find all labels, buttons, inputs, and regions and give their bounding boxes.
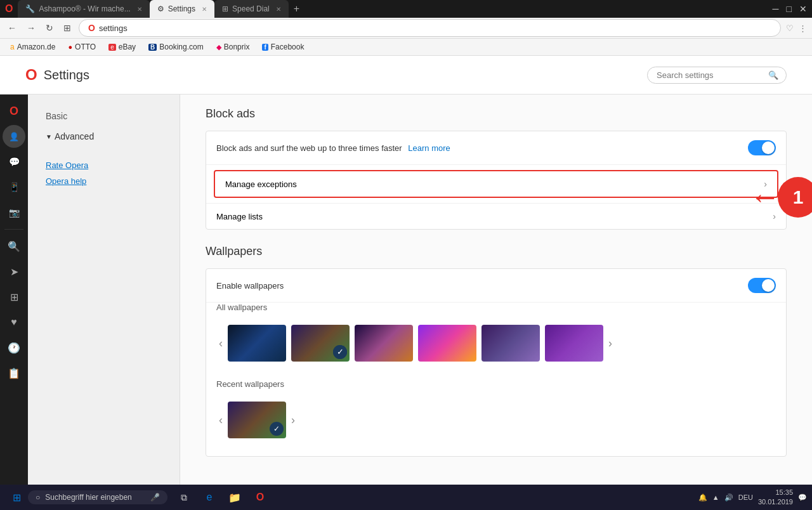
nav-advanced-label: Advanced (55, 131, 94, 141)
tab-settings-close[interactable]: ✕ (202, 6, 207, 13)
bookmark-booking[interactable]: B Booking.com (143, 41, 209, 53)
title-bar: O 🔧 Ashampoo® - Wir mache... ✕ ⚙ Setting… (0, 0, 812, 18)
bookmark-booking-label: Booking.com (159, 43, 203, 51)
nav-opera-help[interactable]: Opera help (38, 174, 169, 188)
minimize-button[interactable]: ─ (773, 4, 779, 14)
sidebar-icon-extensions[interactable]: 📋 (3, 362, 25, 384)
taskbar-mic-icon[interactable]: 🎤 (150, 493, 160, 502)
taskbar-search-icon: ○ (36, 493, 40, 502)
bookmark-facebook[interactable]: f Facebook (257, 41, 309, 53)
nav-basic[interactable]: Basic (38, 107, 169, 125)
tab-speeddial-close[interactable]: ✕ (276, 6, 281, 13)
sidebar-icon-search[interactable]: 🔍 (3, 235, 25, 258)
nav-links: Rate Opera Opera help (38, 158, 169, 188)
bookmark-amazon-label: Amazon.de (17, 43, 56, 51)
nav-rate-opera[interactable]: Rate Opera (38, 158, 169, 173)
new-tab-button[interactable]: + (294, 3, 299, 15)
address-input[interactable]: O settings (79, 19, 781, 37)
wallpaper-2[interactable]: ✓ (291, 325, 350, 362)
wallpaper-4[interactable] (418, 325, 476, 362)
nav-advanced-header[interactable]: ▼ Advanced (38, 128, 169, 145)
block-ads-card: Block ads and surf the web up to three t… (206, 131, 787, 230)
wallpaper-6[interactable] (545, 325, 603, 362)
taskbar-task-view[interactable]: ⧉ (173, 487, 195, 507)
advanced-chevron-icon: ▼ (46, 133, 52, 140)
wallpapers-list: ✓ (228, 317, 603, 369)
search-settings-input[interactable] (657, 70, 763, 80)
search-settings-box[interactable]: 🔍 (647, 67, 787, 84)
recent-wallpaper-1[interactable]: ✓ (228, 402, 286, 438)
block-ads-toggle[interactable] (748, 140, 776, 155)
taskbar-network-icon[interactable]: 🔔 (698, 494, 707, 502)
taskbar-search[interactable]: ○ Suchbegriff hier eingeben 🎤 (28, 490, 167, 504)
recent-scroll-left[interactable]: ‹ (216, 411, 225, 429)
annotation-container: ← 1 (750, 177, 812, 218)
settings-nav: Basic ▼ Advanced Rate Opera Opera help (28, 95, 180, 485)
settings-content: Block ads Block ads and surf the web up … (180, 95, 812, 485)
sidebar-icon-bookmarks[interactable]: ♥ (3, 311, 25, 334)
heart-icon[interactable]: ♡ (786, 23, 794, 33)
menu-icon[interactable]: ⋮ (799, 23, 807, 33)
taskbar-edge[interactable]: e (198, 487, 221, 507)
sidebar-icon-flow[interactable]: ➤ (3, 260, 25, 283)
all-wallpapers-label: All wallpapers (216, 303, 776, 312)
close-button[interactable]: ✕ (799, 4, 807, 14)
taskbar-start: ⊞ (5, 487, 28, 507)
reload-button[interactable]: ↻ (43, 20, 56, 36)
wallpaper-3[interactable] (355, 325, 413, 362)
tab-settings-icon: ⚙ (157, 4, 164, 13)
enable-wallpapers-label: Enable wallpapers (216, 281, 284, 291)
sidebar-icon-messenger[interactable]: 💬 (3, 150, 25, 173)
taskbar-explorer[interactable]: 📁 (223, 487, 246, 507)
sidebar-icon-camera[interactable]: 📷 (3, 201, 25, 224)
taskbar-right: 🔔 ▲ 🔊 DEU 15:35 30.01.2019 💬 (698, 488, 807, 507)
block-ads-section: Block ads Block ads and surf the web up … (206, 107, 787, 230)
tab-speeddial-label: Speed Dial (232, 4, 270, 13)
taskbar-search-text: Suchbegriff hier eingeben (45, 493, 132, 502)
settings-page-header: O Settings 🔍 (0, 56, 812, 95)
bookmark-ebay[interactable]: e eBay (103, 41, 141, 53)
snapshots-button[interactable]: ⊞ (61, 20, 74, 36)
sidebar-icon-news[interactable]: 👤 (3, 125, 25, 148)
taskbar-windows-button[interactable]: ⊞ (5, 487, 28, 507)
bookmark-bonprix[interactable]: ◆ Bonprix (211, 41, 255, 53)
settings-opera-icon: O (25, 66, 37, 84)
toggle-knob (762, 141, 775, 154)
all-wallpapers-section: All wallpapers ‹ ✓ (206, 303, 786, 379)
taskbar-language: DEU (738, 494, 753, 501)
wallpapers-scroll-left[interactable]: ‹ (216, 334, 225, 353)
sidebar-icon-history[interactable]: 🕐 (3, 336, 25, 359)
bookmark-amazon[interactable]: a Amazon.de (5, 41, 60, 53)
taskbar-opera[interactable]: O (249, 487, 272, 507)
taskbar: ⊞ ○ Suchbegriff hier eingeben 🎤 ⧉ e 📁 O … (0, 485, 812, 510)
tab-settings[interactable]: ⚙ Settings ✕ (150, 0, 214, 18)
wallpaper-5[interactable] (481, 325, 540, 362)
taskbar-speaker-icon[interactable]: 🔊 (724, 494, 733, 502)
taskbar-notification[interactable]: 💬 (798, 494, 807, 502)
learn-more-link[interactable]: Learn more (408, 143, 450, 153)
wallpapers-toggle[interactable] (748, 278, 776, 293)
taskbar-volume-icon[interactable]: ▲ (712, 494, 719, 501)
recent-scroll-right[interactable]: › (289, 411, 298, 429)
sidebar-icon-whatsapp[interactable]: 📱 (3, 176, 25, 199)
bookmark-booking-icon: B (148, 44, 157, 51)
tab-ashampoo[interactable]: 🔧 Ashampoo® - Wir mache... ✕ (18, 0, 149, 18)
bookmark-facebook-icon: f (262, 44, 268, 51)
restore-button[interactable]: □ (787, 4, 792, 14)
tab-speeddial[interactable]: ⊞ Speed Dial ✕ (214, 0, 289, 18)
manage-exceptions-row[interactable]: Manage exceptions › (214, 170, 778, 198)
wallpapers-title: Wallpapers (206, 245, 787, 258)
forward-button[interactable]: → (24, 20, 38, 36)
bookmark-otto[interactable]: ● OTTO (63, 41, 101, 53)
back-button[interactable]: ← (5, 20, 19, 36)
wallpapers-scroll-right[interactable]: › (606, 334, 615, 353)
annotation-arrow-icon: ← (750, 182, 780, 213)
sidebar-opera-logo[interactable]: O (3, 100, 25, 122)
manage-lists-row[interactable]: Manage lists › (206, 203, 786, 229)
tab-ashampoo-close[interactable]: ✕ (137, 6, 142, 13)
sidebar-icon-dashboard[interactable]: ⊞ (3, 285, 25, 308)
wallpaper-1[interactable] (228, 325, 286, 362)
taskbar-time: 15:35 30.01.2019 (758, 488, 793, 507)
recent-wallpapers-label: Recent wallpapers (216, 379, 776, 389)
settings-page-title: Settings (44, 68, 89, 82)
